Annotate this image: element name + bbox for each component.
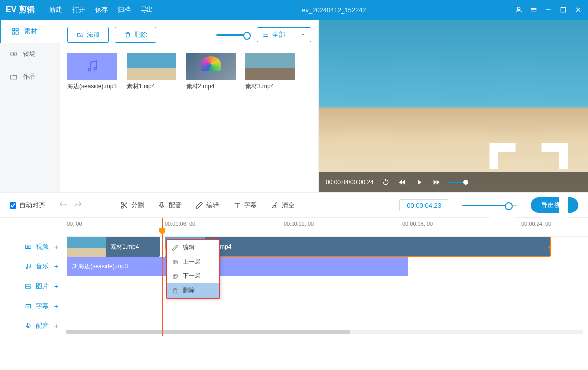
layer-down-icon <box>172 273 179 280</box>
menu-export[interactable]: 导出 <box>141 5 153 14</box>
trash-icon <box>124 31 131 38</box>
add-label: 添加 <box>87 30 99 39</box>
clip-label: 素材1.mp4 <box>110 243 139 251</box>
media-item[interactable]: 海边(seaside).mp3 <box>67 53 117 91</box>
music-note-icon <box>71 264 77 269</box>
menu-open[interactable]: 打开 <box>72 5 85 14</box>
audio-thumb <box>67 53 117 80</box>
ctx-edit[interactable]: 编辑 <box>167 240 219 255</box>
filter-label: 全部 <box>272 30 298 39</box>
left-nav: 素材 转场 作品 <box>0 20 60 192</box>
track-text[interactable]: 字幕+ <box>0 296 66 316</box>
titlebar: EV 剪辑 新建 打开 保存 归档 导出 ev_20240412_152242 <box>0 0 588 20</box>
loop-icon[interactable] <box>382 178 390 186</box>
transition-icon <box>10 50 18 58</box>
delete-button[interactable]: 删除 <box>115 27 156 43</box>
clip-audio1[interactable]: 海边(seaside).mp3 <box>67 257 408 276</box>
nav-material[interactable]: 素材 <box>0 20 60 43</box>
video-track[interactable]: 素材1.mp4 才1.mp4 <box>66 237 588 257</box>
clip-label: 海边(seaside).mp3 <box>78 263 128 271</box>
thumb-size-slider[interactable] <box>216 34 251 36</box>
menu-save[interactable]: 保存 <box>95 5 108 14</box>
subtitle-icon <box>25 303 32 310</box>
window-controls <box>515 6 582 14</box>
media-name: 素材2.mp4 <box>186 82 236 91</box>
add-track-icon[interactable]: + <box>54 303 58 310</box>
clip-video2[interactable]: 才1.mp4 <box>165 237 551 257</box>
add-button[interactable]: 添加 <box>67 27 109 43</box>
image-icon <box>25 283 32 290</box>
ctx-down[interactable]: 下一层 <box>167 269 219 283</box>
music-track[interactable]: 海边(seaside).mp3 <box>66 257 588 276</box>
forward-icon[interactable] <box>432 178 440 186</box>
pen-icon <box>172 244 179 251</box>
menu-archive[interactable]: 归档 <box>118 5 131 14</box>
text-track[interactable] <box>66 296 588 316</box>
add-track-icon[interactable]: + <box>54 322 58 330</box>
timeline-ruler[interactable]: 00, 00 00:00:06, 00 00:00:12, 00 00:00:1… <box>66 218 588 237</box>
clip-video1[interactable]: 素材1.mp4 <box>67 237 160 257</box>
split-tool[interactable]: 分割 <box>120 201 144 210</box>
playhead[interactable] <box>162 218 163 336</box>
filter-dropdown[interactable]: 全部 <box>257 27 311 42</box>
edit-tool[interactable]: 编辑 <box>196 201 219 210</box>
minimize-icon[interactable] <box>544 6 552 14</box>
timeline-scrollbar[interactable] <box>66 330 583 334</box>
svg-point-13 <box>26 267 27 268</box>
track-dub-label: 配音 <box>36 321 49 330</box>
ctx-delete[interactable]: 删除 <box>167 283 219 298</box>
preview-panel: 00:00:04/00:00:24 <box>319 20 588 192</box>
track-video[interactable]: 视频+ <box>0 237 66 257</box>
video-icon <box>25 243 32 250</box>
nav-transition[interactable]: 转场 <box>0 43 60 65</box>
media-item[interactable]: 素材1.mp4 <box>127 53 176 91</box>
media-item[interactable]: 素材2.mp4 <box>186 53 236 91</box>
add-track-icon[interactable]: + <box>54 243 58 251</box>
ruler-tick: 00:00:12, 00 <box>284 221 314 227</box>
voice-label: 配音 <box>169 201 182 210</box>
add-track-icon[interactable]: + <box>54 263 58 270</box>
delete-label: 删除 <box>134 30 147 39</box>
preview-video[interactable]: 00:00:04/00:00:24 <box>319 20 588 192</box>
ruler-tick: 00:00:24, 00 <box>521 221 551 227</box>
nav-works[interactable]: 作品 <box>0 65 60 88</box>
track-image[interactable]: 图片+ <box>0 276 66 296</box>
subtitle-tool[interactable]: 字幕 <box>233 201 257 210</box>
maximize-icon[interactable] <box>559 6 567 14</box>
media-toolbar: 添加 删除 全部 <box>67 27 311 43</box>
ctx-up[interactable]: 上一层 <box>167 255 219 269</box>
media-name: 海边(seaside).mp3 <box>67 82 117 91</box>
image-track[interactable] <box>66 276 588 296</box>
voice-tool[interactable]: 配音 <box>158 201 182 210</box>
timeline: 视频+ 音乐+ 图片+ 字幕+ 配音+ 00, 00 00:00:06, 00 … <box>0 218 588 336</box>
preview-progress[interactable] <box>448 182 468 183</box>
undo-icon[interactable] <box>59 201 68 210</box>
zoom-slider[interactable] <box>462 205 517 206</box>
timecode[interactable]: 00:00:04,23 <box>399 199 448 211</box>
close-icon[interactable] <box>574 6 582 14</box>
svg-point-19 <box>75 267 76 268</box>
svg-rect-4 <box>12 32 15 34</box>
preview-controls: 00:00:04/00:00:24 <box>319 172 588 192</box>
app-logo: EV 剪辑 <box>6 5 35 15</box>
svg-rect-1 <box>561 7 565 12</box>
ruler-tick: 00:00:06, 00 <box>165 221 195 227</box>
menu-icon[interactable] <box>530 6 538 14</box>
auto-align-checkbox[interactable] <box>10 202 16 209</box>
folder-icon <box>10 73 18 81</box>
add-icon <box>77 31 84 38</box>
chevron-down-icon <box>301 32 306 37</box>
rewind-icon[interactable] <box>398 178 406 186</box>
user-icon[interactable] <box>515 6 523 14</box>
menu-new[interactable]: 新建 <box>49 5 62 14</box>
auto-align-check[interactable]: 自动对齐 <box>10 201 45 210</box>
play-icon[interactable] <box>415 178 423 186</box>
add-track-icon[interactable]: + <box>54 283 58 290</box>
track-music[interactable]: 音乐+ <box>0 257 66 276</box>
clear-tool[interactable]: 清空 <box>271 201 294 210</box>
project-name: ev_20240412_152242 <box>153 6 515 14</box>
media-item[interactable]: 素材3.mp4 <box>245 53 295 91</box>
mic-icon <box>25 322 32 329</box>
redo-icon[interactable] <box>74 201 83 210</box>
track-dub[interactable]: 配音+ <box>0 316 66 336</box>
